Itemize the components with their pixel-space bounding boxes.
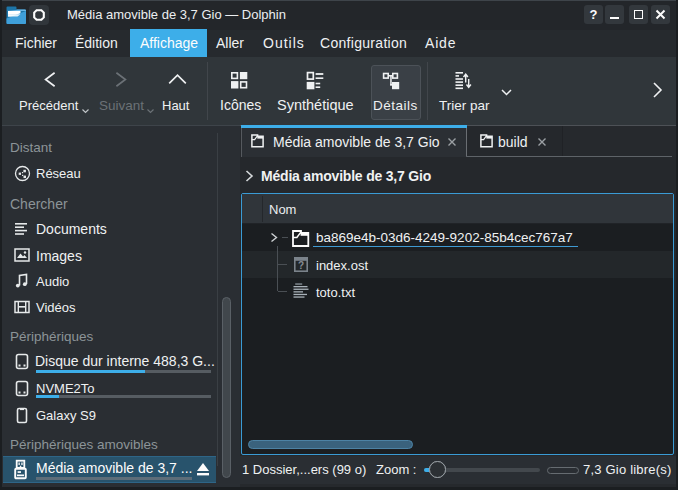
svg-text:?: ? <box>298 260 304 271</box>
